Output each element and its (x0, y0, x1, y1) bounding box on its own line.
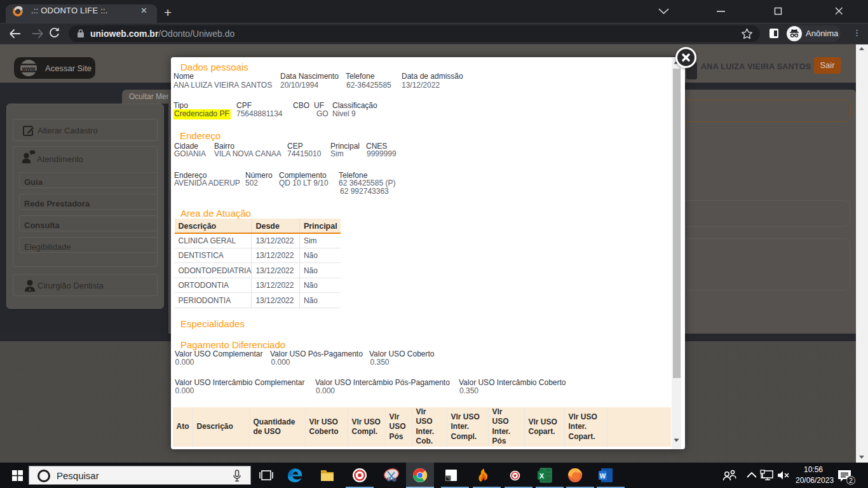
svg-text:X: X (539, 472, 545, 480)
svg-text:2: 2 (849, 477, 853, 484)
svg-text:www: www (21, 65, 36, 72)
svg-text:W: W (600, 473, 606, 480)
